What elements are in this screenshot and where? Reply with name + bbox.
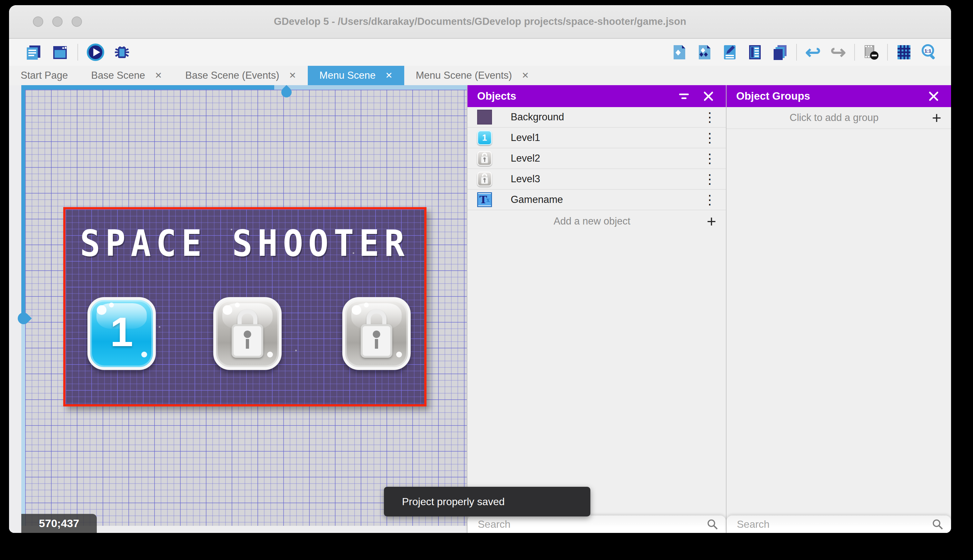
grid-icon[interactable] (895, 43, 913, 61)
undo-icon[interactable]: ↩ (804, 43, 822, 61)
object-menu-icon[interactable]: ⋮ (703, 131, 716, 144)
tab-bar: Start Page Base Scene✕ Base Scene (Event… (9, 66, 951, 85)
tab-start-page[interactable]: Start Page (9, 66, 79, 85)
layers-icon[interactable] (771, 43, 789, 61)
add-new-object-button[interactable]: Add a new object + (468, 210, 726, 232)
tab-menu-scene-events[interactable]: Menu Scene (Events)✕ (404, 66, 541, 85)
tab-base-scene[interactable]: Base Scene✕ (79, 66, 173, 85)
background-object-thumbnail (477, 110, 492, 125)
titlebar: GDevelop 5 - /Users/dkarakay/Documents/G… (9, 5, 951, 39)
filter-icon[interactable] (676, 88, 692, 104)
groups-search-bar (726, 515, 951, 533)
object-item-level2[interactable]: Level2 ⋮ (468, 148, 726, 169)
traffic-lights (33, 5, 82, 38)
add-object-group-doc-icon[interactable] (696, 43, 714, 61)
close-panel-icon[interactable] (926, 88, 941, 104)
toggle-mask-film-icon[interactable] (862, 43, 880, 61)
level3-object-thumbnail (477, 172, 492, 187)
zoom-1-1-icon[interactable]: 1:1 (920, 43, 938, 61)
preview-play-icon[interactable] (87, 43, 105, 61)
toolbar: ↩ ↪ 1:1 (9, 39, 951, 66)
search-icon (706, 518, 719, 531)
object-item-level1[interactable]: 1 Level1 ⋮ (468, 128, 726, 148)
tab-menu-scene[interactable]: Menu Scene✕ (308, 66, 404, 85)
object-menu-icon[interactable]: ⋮ (703, 173, 716, 185)
level2-object-thumbnail (477, 151, 492, 166)
gdevelop-window: GDevelop 5 - /Users/dkarakay/Documents/G… (9, 5, 951, 533)
toolbar-separator (796, 44, 797, 61)
plus-icon: + (707, 213, 716, 229)
redo-icon[interactable]: ↪ (829, 43, 847, 61)
level1-object-thumbnail: 1 (477, 130, 492, 145)
minimize-window-button[interactable] (52, 17, 63, 27)
object-menu-icon[interactable]: ⋮ (703, 193, 716, 206)
objects-panel: Objects Background ⋮ 1 Level1 ⋮ Level2 ⋮ (468, 85, 726, 533)
add-group-button[interactable]: Click to add a group + (726, 107, 951, 129)
cursor-coordinates-badge: 570;437 (21, 514, 97, 533)
lock-icon (360, 309, 393, 358)
gamename-object-thumbnail: Tx (477, 192, 492, 207)
object-menu-icon[interactable]: ⋮ (703, 111, 716, 123)
search-icon (931, 518, 944, 531)
game-title-text-object[interactable]: SPACE SHOOTER (65, 222, 424, 265)
vertical-scrollbar[interactable] (21, 90, 25, 526)
close-window-button[interactable] (33, 17, 43, 27)
scene-area[interactable]: SPACE SHOOTER 1 (63, 207, 427, 407)
objects-search-bar (468, 515, 726, 533)
object-menu-icon[interactable]: ⋮ (703, 152, 716, 165)
horizontal-scrollbar-thumb[interactable] (21, 85, 274, 90)
instances-list-icon[interactable] (746, 43, 764, 61)
close-tab-icon[interactable]: ✕ (289, 70, 296, 81)
tab-base-scene-events[interactable]: Base Scene (Events)✕ (173, 66, 308, 85)
groups-search-input[interactable] (734, 518, 931, 530)
scene-editor-canvas[interactable]: SPACE SHOOTER 1 570;437 (9, 85, 467, 533)
objects-panel-header: Objects (468, 85, 726, 107)
objects-panel-title: Objects (477, 90, 667, 102)
horizontal-scrollbar[interactable] (21, 85, 467, 90)
scene-window-icon[interactable] (51, 43, 69, 61)
project-manager-icon[interactable] (25, 43, 43, 61)
toolbar-separator (887, 44, 888, 61)
object-item-level3[interactable]: Level3 ⋮ (468, 169, 726, 190)
close-tab-icon[interactable]: ✕ (155, 70, 162, 81)
toolbar-separator (854, 44, 855, 61)
object-groups-panel-header: Object Groups (726, 85, 951, 107)
close-tab-icon[interactable]: ✕ (521, 70, 529, 81)
maximize-window-button[interactable] (72, 17, 82, 27)
toolbar-separator (77, 44, 78, 61)
lock-icon (231, 309, 263, 358)
level3-locked-button-object[interactable] (342, 297, 411, 370)
object-item-background[interactable]: Background ⋮ (468, 107, 726, 128)
debug-bug-icon[interactable] (113, 43, 131, 61)
object-item-gamename[interactable]: Tx Gamename ⋮ (468, 190, 726, 210)
vertical-scrollbar-thumb[interactable] (21, 90, 25, 319)
objects-search-input[interactable] (475, 518, 706, 530)
svg-text:1:1: 1:1 (925, 48, 931, 53)
save-toast: Project properly saved (384, 487, 590, 517)
window-title: GDevelop 5 - /Users/dkarakay/Documents/G… (9, 16, 951, 27)
add-object-doc-icon[interactable] (670, 43, 688, 61)
close-tab-icon[interactable]: ✕ (385, 70, 393, 81)
level2-locked-button-object[interactable] (213, 297, 282, 370)
edit-scene-pencil-icon[interactable] (721, 43, 739, 61)
object-groups-panel-title: Object Groups (736, 90, 917, 102)
close-panel-icon[interactable] (701, 88, 716, 104)
level1-button-object[interactable]: 1 (87, 297, 156, 370)
object-groups-panel: Object Groups Click to add a group + (726, 85, 951, 533)
plus-icon: + (932, 110, 941, 126)
